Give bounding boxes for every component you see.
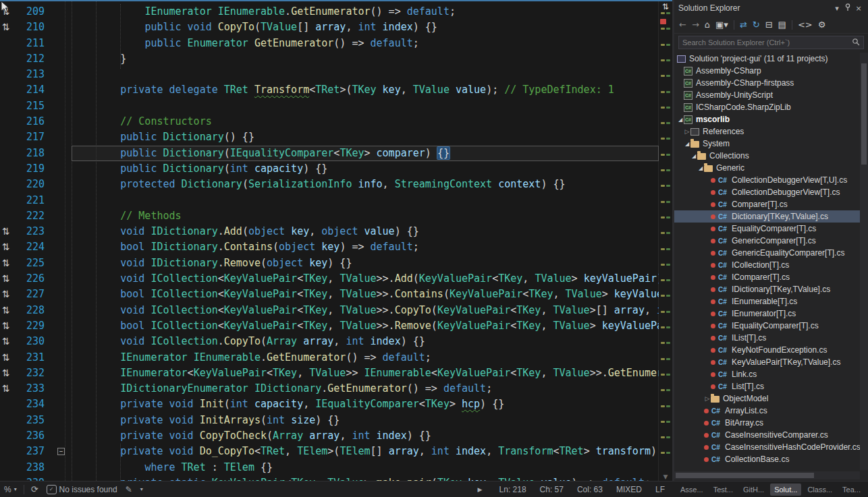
code-line[interactable]: ⇅226 void ICollection<KeyValuePair<TKey,…: [0, 271, 659, 287]
tree-item[interactable]: ◢Collections: [674, 150, 860, 162]
reference-gutter-icon[interactable]: ⇅: [0, 20, 18, 35]
code-text[interactable]: IEnumerator IEnumerable.GetEnumerator() …: [72, 350, 659, 366]
code-line[interactable]: 219 public Dictionary(int capacity) {}: [0, 161, 659, 177]
tree-item[interactable]: ▷ObjectModel: [674, 392, 860, 405]
view-code-icon[interactable]: <>: [798, 20, 813, 29]
code-line[interactable]: 212 }: [0, 51, 659, 67]
code-text[interactable]: public void CopyTo(TValue[] array, int i…: [72, 20, 659, 35]
pencil-icon[interactable]: ✎: [126, 485, 132, 494]
zoom-control[interactable]: % ▾: [4, 485, 17, 494]
code-text[interactable]: private void Do_CopyTo<TRet, TElem>(TEle…: [72, 444, 659, 459]
code-line[interactable]: ⇅230 void ICollection.CopyTo(Array array…: [0, 334, 659, 349]
code-line[interactable]: 215: [0, 98, 659, 114]
tool-window-tab[interactable]: Asse...: [676, 484, 707, 496]
code-line[interactable]: 222 // Methods: [0, 208, 659, 224]
code-text[interactable]: IEnumerator<KeyValuePair<TKey, TValue>> …: [72, 366, 659, 381]
code-area[interactable]: ⇅209 IEnumerator IEnumerable.GetEnumerat…: [0, 1, 659, 481]
code-line[interactable]: ⇅224 bool IDictionary.Contains(object ke…: [0, 239, 659, 255]
code-line[interactable]: ⇅209 IEnumerator IEnumerable.GetEnumerat…: [0, 4, 659, 20]
column-indicator[interactable]: Col: 63: [577, 485, 603, 494]
tree-item[interactable]: ◢Generic: [674, 162, 860, 174]
code-text[interactable]: void ICollection.CopyTo(Array array, int…: [72, 334, 659, 349]
switch-views-icon[interactable]: ▣▾: [715, 20, 728, 29]
code-text[interactable]: }: [72, 51, 659, 67]
reference-gutter-icon[interactable]: ⇅: [0, 303, 18, 318]
home-icon[interactable]: ⌂: [705, 20, 710, 29]
code-text[interactable]: [72, 98, 659, 114]
code-editor[interactable]: ⇅209 IEnumerator IEnumerable.GetEnumerat…: [0, 0, 672, 481]
scrollbar-down-arrow-icon[interactable]: ▼: [659, 473, 672, 480]
tree-item[interactable]: C#BitArray.cs: [674, 417, 860, 429]
code-line[interactable]: ⇅210 public void CopyTo(TValue[] array, …: [0, 20, 659, 35]
solution-tree[interactable]: Solution 'project-gui' (11 of 11 project…: [674, 53, 860, 470]
tree-item[interactable]: C#IEnumerator[T].cs: [674, 308, 860, 320]
expand-panel-icon[interactable]: ▶: [478, 486, 483, 493]
scrollbar-split-icon[interactable]: ⇅: [659, 2, 672, 11]
fold-collapse-icon[interactable]: −: [57, 448, 65, 455]
tool-window-tab[interactable]: Solut...: [770, 484, 801, 496]
line-indicator[interactable]: Ln: 218: [499, 485, 526, 494]
tool-window-tab[interactable]: Tea...: [838, 484, 865, 496]
tree-item[interactable]: C#CollectionBase.cs: [674, 453, 860, 465]
code-text[interactable]: void ICollection<KeyValuePair<TKey, TVal…: [72, 303, 659, 318]
code-line[interactable]: 237− private void Do_CopyTo<TRet, TElem>…: [0, 444, 659, 459]
tree-item[interactable]: C#IDictionary[TKey,TValue].cs: [674, 283, 860, 295]
reference-gutter-icon[interactable]: ⇅: [0, 4, 18, 20]
tree-item[interactable]: C#CollectionDebuggerView[T,U].cs: [674, 174, 860, 186]
tree-item[interactable]: C#List[T].cs: [674, 380, 860, 392]
tree-vertical-scrollbar[interactable]: [860, 53, 868, 470]
code-line[interactable]: ⇅231 IEnumerator IEnumerable.GetEnumerat…: [0, 350, 659, 366]
editor-scrollbar[interactable]: ⇅ ▼: [658, 1, 672, 481]
code-text[interactable]: void IDictionary.Remove(object key) {}: [72, 256, 659, 271]
issues-status[interactable]: ✓ No issues found: [47, 485, 117, 494]
code-line[interactable]: ⇅228 void ICollection<KeyValuePair<TKey,…: [0, 303, 659, 318]
code-text[interactable]: IEnumerator IEnumerable.GetEnumerator() …: [72, 4, 659, 20]
code-text[interactable]: public Dictionary(int capacity) {}: [72, 161, 659, 177]
code-line[interactable]: 216 // Constructors: [0, 114, 659, 129]
code-text[interactable]: where TRet : TElem {}: [72, 460, 659, 475]
reference-gutter-icon[interactable]: ⇅: [0, 350, 18, 366]
tree-item[interactable]: C#IEnumerable[T].cs: [674, 295, 860, 308]
caret-down-icon[interactable]: ▾: [140, 486, 143, 492]
scrollbar-thumb[interactable]: [861, 63, 867, 165]
scrollbar-thumb[interactable]: [676, 473, 814, 478]
close-icon[interactable]: ×: [853, 4, 864, 13]
code-line[interactable]: ⇅225 void IDictionary.Remove(object key)…: [0, 256, 659, 271]
code-line[interactable]: 239 private static KeyValuePair<TKey, TV…: [0, 475, 659, 481]
collapsed-arrow-icon[interactable]: ▷: [704, 395, 711, 402]
refresh-icon[interactable]: ↻: [753, 20, 760, 29]
code-text[interactable]: private delegate TRet Transform<TRet>(TK…: [72, 82, 659, 98]
code-text[interactable]: public Dictionary() {}: [72, 129, 659, 145]
code-text[interactable]: // Methods: [72, 208, 659, 224]
code-text[interactable]: private void InitArrays(int size) {}: [72, 413, 659, 428]
tree-item[interactable]: Solution 'project-gui' (11 of 11 project…: [674, 53, 860, 65]
code-line[interactable]: 221: [0, 193, 659, 208]
tree-item[interactable]: C#Link.cs: [674, 368, 860, 380]
reference-gutter-icon[interactable]: ⇅: [0, 271, 18, 287]
code-line[interactable]: 218 public Dictionary(IEqualityComparer<…: [0, 146, 659, 161]
code-line[interactable]: ⇅227 bool ICollection<KeyValuePair<TKey,…: [0, 287, 659, 302]
code-text[interactable]: [72, 193, 659, 208]
nav-back-icon[interactable]: ←: [679, 20, 686, 29]
expanded-arrow-icon[interactable]: ◢: [677, 117, 684, 123]
background-tasks-icon[interactable]: ⟳: [31, 484, 38, 494]
code-line[interactable]: 236 private void CopyToCheck(Array array…: [0, 428, 659, 444]
code-text[interactable]: public Enumerator GetEnumerator() => def…: [72, 36, 659, 51]
tree-item[interactable]: C#Comparer[T].cs: [674, 198, 860, 210]
code-text[interactable]: void ICollection<KeyValuePair<TKey, TVal…: [72, 271, 659, 287]
nav-forward-icon[interactable]: →: [692, 20, 699, 29]
tree-item[interactable]: C#KeyNotFoundException.cs: [674, 344, 860, 356]
reference-gutter-icon[interactable]: ⇅: [0, 287, 18, 302]
collapsed-arrow-icon[interactable]: ▷: [684, 128, 690, 135]
tree-item[interactable]: C#CollectionDebuggerView[T].cs: [674, 186, 860, 198]
reference-gutter-icon[interactable]: ⇅: [0, 239, 18, 255]
code-line[interactable]: ⇅229 bool ICollection<KeyValuePair<TKey,…: [0, 318, 659, 334]
code-text[interactable]: protected Dictionary(SerializationInfo i…: [72, 177, 659, 192]
tree-item[interactable]: C#GenericEqualityComparer[T].cs: [674, 247, 860, 259]
eol-indicator[interactable]: LF: [655, 485, 665, 494]
code-line[interactable]: ⇅223 void IDictionary.Add(object key, ob…: [0, 224, 659, 239]
tree-item[interactable]: C#Assembly-CSharp: [674, 65, 860, 77]
code-text[interactable]: private void CopyToCheck(Array array, in…: [72, 428, 659, 444]
search-input[interactable]: Search Solution Explorer (Ctrl+`): [682, 38, 852, 47]
code-line[interactable]: 220 protected Dictionary(SerializationIn…: [0, 177, 659, 192]
